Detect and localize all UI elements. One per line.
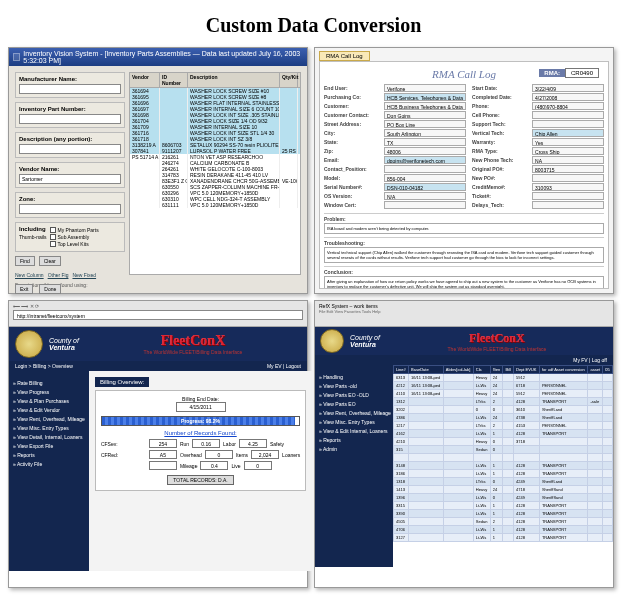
- input-partnumber[interactable]: [19, 114, 121, 124]
- val-input[interactable]: [149, 450, 177, 459]
- val-input[interactable]: [244, 461, 272, 470]
- field-value[interactable]: 48006: [384, 147, 466, 155]
- table-row[interactable]: 411016/11 13:08-pedHeavy245912PERSONNEL: [394, 390, 613, 398]
- col-header[interactable]: 05: [603, 366, 613, 374]
- bill-end-input[interactable]: [176, 402, 226, 412]
- field-value[interactable]: NA: [532, 156, 604, 164]
- section-text[interactable]: Vertical technical support (Chip Allen) …: [324, 247, 604, 263]
- records-found-link[interactable]: Number of Records Found:: [101, 430, 300, 436]
- table-row[interactable]: 3127Lt-Ws14128TRANSPORT: [394, 534, 613, 542]
- address-bar[interactable]: http://intranet/fleetconx/system: [13, 310, 303, 320]
- input-vendor[interactable]: [19, 174, 121, 184]
- field-value[interactable]: N/A: [384, 192, 466, 200]
- table-row[interactable]: 4505Sedan24128TRANSPORT: [394, 518, 613, 526]
- field-value[interactable]: (480)970-8804: [532, 102, 604, 110]
- col-header[interactable]: Dept EVUK: [514, 366, 540, 374]
- col-header[interactable]: asset: [588, 366, 603, 374]
- user-menu-2[interactable]: My FV | Log off: [573, 357, 607, 363]
- table-row[interactable]: 4210Heavy03718: [394, 438, 613, 446]
- table-row[interactable]: 315Sedan0: [394, 446, 613, 454]
- table-row[interactable]: 421216/11 13:08-pedLt-Ws246718PERSONNEL: [394, 382, 613, 390]
- link-new-fixed[interactable]: New Fixed: [72, 272, 96, 278]
- field-value[interactable]: 856-004: [384, 174, 466, 182]
- val-input[interactable]: [251, 450, 279, 459]
- field-value[interactable]: [532, 120, 604, 128]
- field-value[interactable]: HCB Services, Telephones & Data: [384, 93, 466, 101]
- col-header[interactable]: Gen: [490, 366, 503, 374]
- col-header[interactable]: Abbrv[col-lab]: [443, 366, 473, 374]
- table-row[interactable]: 1396Lt-Ws04249SheriffSand: [394, 494, 613, 502]
- table-row[interactable]: [394, 454, 613, 462]
- nav-item[interactable]: » View Export File: [13, 443, 85, 449]
- table-row[interactable]: 3390Lt-Ws14128TRANSPORT: [394, 510, 613, 518]
- table-row[interactable]: 1318LTrks04249SheriffLand: [394, 478, 613, 486]
- val-input[interactable]: [205, 450, 233, 459]
- table-row[interactable]: 3202003610SheriffLand: [394, 406, 613, 414]
- field-value[interactable]: Chip Allen: [532, 129, 604, 137]
- col-header[interactable]: Cls: [473, 366, 490, 374]
- table-row[interactable]: 3315Lt-Ws14128TRANSPORT: [394, 502, 613, 510]
- field-value[interactable]: [532, 111, 604, 119]
- field-value[interactable]: Verifone: [384, 84, 466, 92]
- done-button[interactable]: Done: [39, 284, 61, 294]
- nav-item[interactable]: » View Parts -old: [319, 383, 389, 389]
- field-value[interactable]: [532, 174, 604, 182]
- total-records-button[interactable]: TOTAL RECORDS: D.A.: [167, 475, 233, 485]
- table-row[interactable]: 1312LTrks24128TRANSPORT-sale: [394, 398, 613, 406]
- nav-item[interactable]: » View Misc. Entry Types: [319, 419, 389, 425]
- link-other-fig[interactable]: Other Fig: [48, 272, 69, 278]
- col-header[interactable]: Line#: [394, 366, 409, 374]
- input-zone[interactable]: [19, 204, 121, 214]
- nav-item[interactable]: » Admin: [319, 446, 389, 452]
- val-input[interactable]: [192, 439, 220, 448]
- field-value[interactable]: 310093: [532, 183, 604, 191]
- link-new-column[interactable]: New Column: [15, 272, 44, 278]
- col-header[interactable]: ID Number: [160, 73, 188, 87]
- table-row[interactable]: 3186Lt-Ws14128TRANSPORT: [394, 470, 613, 478]
- col-header[interactable]: Vendor: [130, 73, 160, 87]
- chk-phantom[interactable]: My Phantom Parts: [50, 227, 99, 233]
- input-description[interactable]: [19, 144, 121, 154]
- nav-item[interactable]: » View Rent, Overhead, Mileage: [13, 416, 85, 422]
- nav-item[interactable]: » View & Edit Vendor: [13, 407, 85, 413]
- field-value[interactable]: South Arlington: [384, 129, 466, 137]
- col-header[interactable]: Bill: [503, 366, 514, 374]
- table-row[interactable]: 1386Lt-Ws244738SheriffLand: [394, 414, 613, 422]
- field-value[interactable]: [532, 201, 604, 209]
- nav-item[interactable]: » Reports: [13, 452, 85, 458]
- breadcrumb[interactable]: Login > Billing > Overview: [15, 363, 73, 369]
- col-header[interactable]: Description: [188, 73, 280, 87]
- table-row[interactable]: 631316/11 13:08-pedHeavy245912: [394, 374, 613, 382]
- section-text[interactable]: After giving an explanation of how our r…: [324, 276, 604, 289]
- field-value[interactable]: dgoins@verifonetech.com: [384, 156, 466, 164]
- field-value[interactable]: Cross Ship: [532, 147, 604, 155]
- nav-item[interactable]: » View Parts EO: [319, 401, 389, 407]
- nav-item[interactable]: » Rate Billing: [13, 380, 85, 386]
- input-manufacturer[interactable]: [19, 84, 121, 94]
- col-header[interactable]: BaseDate: [409, 366, 444, 374]
- nav-item[interactable]: » View Misc. Entry Types: [13, 425, 85, 431]
- field-value[interactable]: [384, 165, 466, 173]
- field-value[interactable]: HCB Business Telephones & Data: [384, 102, 466, 110]
- nav-item[interactable]: » View Detail, Internal, Loaners: [13, 434, 85, 440]
- table-row[interactable]: 3148Lt-Ws14128TRANSPORT: [394, 462, 613, 470]
- nav-item[interactable]: » View Progress: [13, 389, 85, 395]
- field-value[interactable]: 4/27/2008: [532, 93, 604, 101]
- nav-item[interactable]: » View & Edit Internal, Loaners: [319, 428, 389, 434]
- col-header[interactable]: for udf Asset conversion: [539, 366, 588, 374]
- chk-toplevel[interactable]: Top Level Kits: [50, 241, 99, 247]
- field-value[interactable]: Yes: [532, 138, 604, 146]
- val-input[interactable]: [239, 439, 267, 448]
- section-text[interactable]: ISA board and modem aren't being detecte…: [324, 223, 604, 234]
- field-value[interactable]: [532, 192, 604, 200]
- field-value[interactable]: PO Box Line: [384, 120, 466, 128]
- field-value[interactable]: 3/22/4/09: [532, 84, 604, 92]
- table-row[interactable]: 4706Lt-Ws14128TRANSPORT: [394, 526, 613, 534]
- val-input[interactable]: [200, 461, 228, 470]
- rma-tab[interactable]: RMA Call Log: [319, 51, 370, 61]
- nav-item[interactable]: » View Parts EO -OLD: [319, 392, 389, 398]
- nav-item[interactable]: » Reports: [319, 437, 389, 443]
- exit-button[interactable]: Exit: [15, 284, 33, 294]
- val-input[interactable]: [149, 439, 177, 448]
- table-row[interactable]: 631111VPC 5.0 120MEMORY+1850D: [130, 202, 300, 208]
